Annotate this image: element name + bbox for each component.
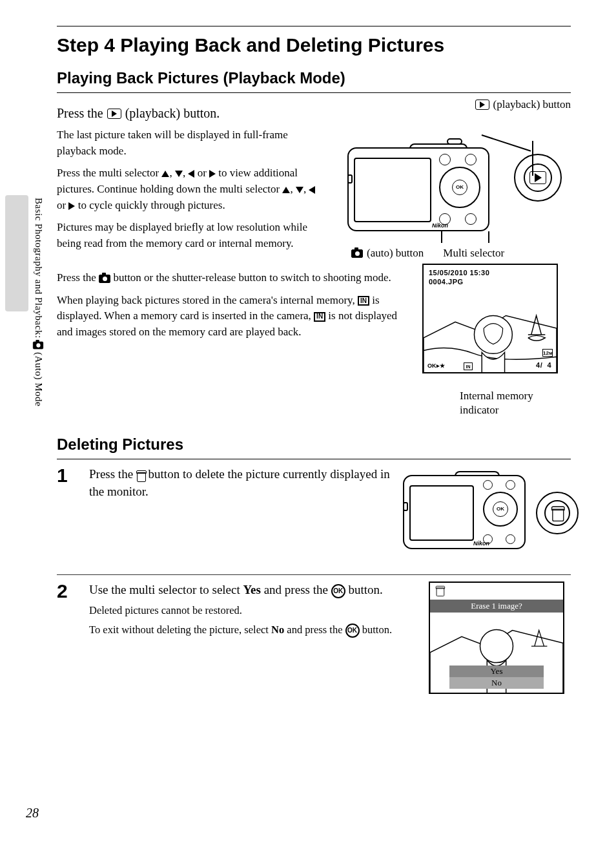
- erase-prompt: Erase 1 image?: [430, 600, 563, 613]
- ok-icon: OK: [331, 584, 345, 598]
- left-icon: [188, 170, 194, 178]
- auto-button-label: (auto) button: [367, 247, 424, 260]
- deleting-section-title: Deleting Pictures: [57, 435, 571, 454]
- right-icon: [68, 202, 75, 210]
- step-2-note-1: Deleted pictures cannot be restored.: [89, 603, 416, 618]
- camera-brand: Nikon: [473, 540, 489, 547]
- preview-count: 4/ 4: [536, 361, 551, 369]
- side-tab: Basic Photography and Playback: (Auto) M…: [5, 195, 41, 505]
- playback-button-callout: [514, 154, 562, 202]
- step-2-note-2: To exit without deleting the picture, se…: [89, 622, 416, 638]
- right-icon: [209, 170, 216, 178]
- preview-filename: 0004.JPG: [429, 278, 464, 286]
- camera-auto-icon: [33, 341, 43, 349]
- ok-icon: OK: [345, 624, 360, 638]
- svg-point-1: [480, 630, 513, 663]
- rule: [57, 92, 571, 93]
- camera-auto-icon: [99, 275, 110, 283]
- playback-icon: [107, 109, 121, 119]
- page-title: Step 4 Playing Back and Deleting Picture…: [57, 34, 571, 56]
- sidebar-text-before: Basic Photography and Playback:: [33, 198, 44, 339]
- internal-memory-screen-icon: IN: [464, 362, 473, 370]
- erase-option-yes: Yes: [449, 666, 544, 677]
- internal-memory-icon: IN: [358, 296, 369, 306]
- up-icon: [161, 171, 169, 177]
- down-icon: [175, 171, 183, 177]
- camera-diagram-delete: Nikon: [403, 466, 571, 563]
- playback-screen-preview: 15/05/2010 15:30 0004.JPG 4/ 4 12м OK▸★ …: [422, 264, 558, 373]
- trash-icon: [136, 470, 145, 481]
- image-size-badge: 12м: [542, 349, 553, 357]
- playback-button-label: (playback) button: [493, 98, 571, 111]
- rule: [57, 574, 571, 575]
- left-icon: [309, 186, 315, 194]
- erase-confirmation-screen: Erase 1 image? Yes No: [429, 582, 564, 694]
- press-playback-heading: Press the (playback) button.: [57, 106, 325, 121]
- page-number: 28: [26, 806, 39, 821]
- step-number: 2: [57, 582, 76, 601]
- internal-memory-indicator-label: Internal memory indicator: [460, 389, 571, 417]
- paragraph: When playing back pictures stored in the…: [57, 293, 403, 341]
- down-icon: [296, 187, 303, 193]
- sidebar-text-after: (Auto) Mode: [33, 352, 44, 406]
- preview-date: 15/05/2010 15:30: [429, 269, 489, 277]
- multi-selector-label: Multi selector: [443, 247, 504, 260]
- paragraph: Press the button or the shutter-release …: [57, 270, 403, 286]
- playback-icon: [475, 100, 489, 110]
- rule: [57, 459, 571, 459]
- step-number: 1: [57, 466, 76, 485]
- up-icon: [282, 187, 290, 193]
- trash-icon: [436, 586, 444, 595]
- playback-section-title: Playing Back Pictures (Playback Mode): [57, 69, 571, 87]
- paragraph: The last picture taken will be displayed…: [57, 127, 325, 159]
- camera-diagram: Nikon: [338, 115, 558, 244]
- camera-auto-icon: [351, 249, 363, 258]
- camera-brand: Nikon: [432, 222, 448, 229]
- step-1-text: Press the button to delete the picture c…: [89, 466, 390, 500]
- internal-memory-icon: IN: [314, 312, 325, 322]
- paragraph: Pictures may be displayed briefly at low…: [57, 220, 325, 251]
- ok-hint: OK▸★: [427, 362, 445, 369]
- text: (playback) button.: [125, 106, 220, 121]
- step-2-text: Use the multi selector to select Yes and…: [89, 582, 416, 599]
- rule: [57, 26, 571, 26]
- erase-option-no: No: [449, 677, 544, 689]
- paragraph: Press the multi selector , , or to view …: [57, 165, 325, 213]
- trash-button-callout: [536, 492, 579, 534]
- text: Press the: [57, 106, 103, 121]
